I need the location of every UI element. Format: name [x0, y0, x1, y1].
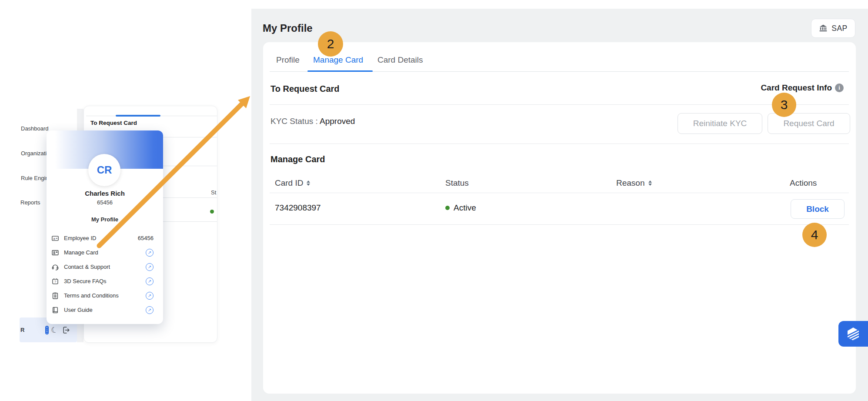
tab-manage-card[interactable]: Manage Card: [313, 55, 363, 65]
sidebar-bottom-label: R: [20, 327, 24, 333]
card-request-info[interactable]: Card Request Info i: [761, 83, 844, 93]
menu-item-terms-conditions[interactable]: Terms and Conditions ↗: [47, 288, 163, 303]
block-button[interactable]: Block: [791, 199, 845, 219]
menu-label: Manage Card: [64, 249, 146, 256]
sidebar-item-rule-engine[interactable]: Rule Engin: [21, 175, 49, 181]
sidebar-item-organization[interactable]: Organizati: [21, 150, 47, 157]
faq-box-icon: ?: [51, 277, 59, 285]
open-link-icon[interactable]: ↗: [146, 263, 154, 271]
book-icon: [51, 306, 59, 314]
active-tab-underline: [307, 70, 373, 72]
column-header-card-id[interactable]: Card ID: [275, 178, 310, 188]
menu-item-3d-secure-faqs[interactable]: ? 3D Secure FAQs ↗: [47, 274, 163, 288]
open-link-icon[interactable]: ↗: [146, 306, 154, 314]
menu-label: Terms and Conditions: [64, 292, 146, 299]
mini-to-request-card: To Request Card: [90, 120, 137, 126]
id-badge-icon: a: [51, 234, 59, 242]
mini-active-dot: [210, 210, 214, 214]
menu-item-contact-support[interactable]: Contact & Support ↗: [47, 260, 163, 274]
clipboard-icon: [51, 292, 59, 300]
svg-text:?: ?: [54, 280, 56, 284]
sort-icon[interactable]: [648, 180, 652, 186]
step-badge-3: 3: [772, 93, 796, 117]
menu-item-manage-card[interactable]: Manage Card ↗: [47, 245, 163, 260]
step-badge-4: 4: [802, 223, 827, 247]
kyc-status: KYC Status : Approved: [270, 117, 355, 126]
column-header-actions: Actions: [790, 178, 817, 188]
page-title: My Profile: [263, 22, 313, 34]
employee-id-value: 65456: [138, 235, 154, 241]
open-link-icon[interactable]: ↗: [146, 249, 154, 257]
headset-icon: [51, 263, 59, 271]
menu-label: Contact & Support: [64, 264, 146, 270]
table-header-divider: [270, 193, 849, 193]
status-header-label: Status: [445, 178, 469, 188]
menu-label: 3D Secure FAQs: [64, 278, 146, 284]
logout-icon[interactable]: [62, 326, 70, 336]
avatar: CR: [88, 154, 120, 186]
open-link-icon[interactable]: ↗: [146, 277, 154, 285]
card-id-header-label: Card ID: [275, 178, 303, 188]
screen: My Profile SAP Profile Manage Card Card …: [0, 0, 868, 401]
user-name: Charles Rich: [47, 190, 163, 197]
active-status-dot: [445, 206, 450, 210]
sort-icon[interactable]: [307, 180, 310, 186]
status-cell: Active: [445, 203, 476, 213]
info-icon[interactable]: i: [835, 84, 844, 92]
card-request-info-label: Card Request Info: [761, 83, 832, 93]
kebab-handle-icon[interactable]: [45, 326, 49, 334]
popup-section-label: My Profile: [47, 216, 163, 223]
sap-button[interactable]: SAP: [811, 19, 855, 38]
tab-card-details[interactable]: Card Details: [377, 55, 423, 65]
menu-item-employee-id: a Employee ID 65456: [47, 231, 163, 245]
step-badge-2: 2: [318, 31, 343, 57]
manage-card-heading: Manage Card: [270, 154, 325, 164]
striped-hexagon-icon: [845, 326, 861, 342]
section-divider: [270, 144, 849, 144]
mini-active-tab-underline: [116, 115, 160, 117]
table-row-divider: [270, 224, 849, 225]
status-value: Active: [454, 203, 476, 213]
menu-label: User Guide: [64, 307, 146, 313]
reason-header-label: Reason: [616, 178, 645, 188]
kyc-status-label: KYC Status :: [270, 117, 320, 126]
mini-status-fragment: St: [211, 189, 216, 196]
bank-icon: [819, 24, 828, 33]
user-employee-number: 65456: [47, 199, 163, 206]
tab-profile[interactable]: Profile: [276, 55, 300, 65]
menu-label: Employee ID: [64, 235, 138, 241]
sidebar-item-dashboard[interactable]: Dashboard: [21, 125, 49, 132]
actions-header-label: Actions: [790, 178, 817, 188]
sap-button-label: SAP: [831, 24, 848, 33]
open-link-icon[interactable]: ↗: [146, 292, 154, 300]
column-header-status: Status: [445, 178, 469, 188]
menu-item-user-guide[interactable]: User Guide ↗: [47, 303, 163, 317]
reinitiate-kyc-button[interactable]: Reinitiate KYC: [678, 113, 762, 134]
help-widget-button[interactable]: [838, 321, 868, 347]
column-header-reason[interactable]: Reason: [616, 178, 652, 188]
kyc-status-value: Approved: [320, 117, 355, 126]
card-icon: [51, 249, 59, 257]
sidebar-item-reports[interactable]: Reports: [20, 199, 40, 206]
svg-text:a: a: [53, 237, 55, 240]
popup-menu: a Employee ID 65456 Manage Card ↗: [47, 231, 163, 317]
to-request-card-heading: To Request Card: [270, 84, 340, 94]
card-id-cell: 7342908397: [275, 203, 321, 213]
profile-popup: CR Charles Rich 65456 My Profile a Emplo…: [47, 130, 163, 324]
section-divider: [270, 104, 849, 105]
my-profile-panel: Profile Manage Card Card Details To Requ…: [263, 42, 856, 394]
